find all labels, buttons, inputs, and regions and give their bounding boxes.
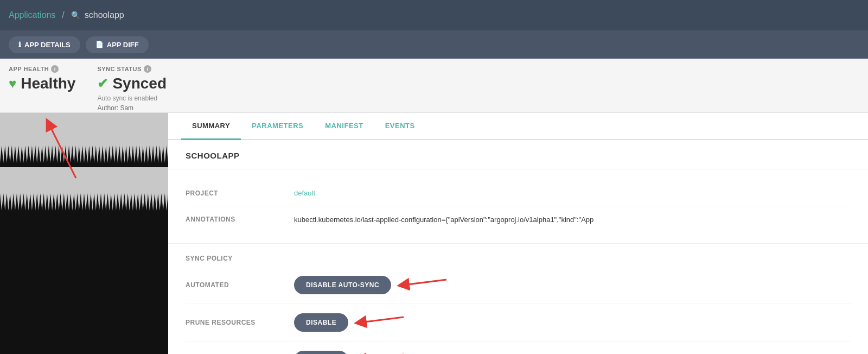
sync-status-value: ✔ Synced <box>97 75 167 92</box>
sync-info-icon: i <box>144 65 151 73</box>
app-diff-label: APP DIFF <box>107 41 139 49</box>
app-name-heading: SCHOOLAPP <box>168 140 868 169</box>
arrow-annotation-2 <box>398 274 452 296</box>
check-icon: ✔ <box>97 76 108 91</box>
self-heal-row: SELF HEAL DISABLE <box>186 342 851 354</box>
sync-policy-title: SYNC POLICY <box>186 255 851 262</box>
heart-icon: ♥ <box>9 76 16 91</box>
app-health-label: APP HEALTH i <box>9 65 75 73</box>
status-bar: APP HEALTH i ♥ Healthy SYNC STATUS i ✔ S… <box>0 59 868 113</box>
self-heal-value: DISABLE <box>294 349 851 354</box>
sync-author: Author: Sam <box>97 104 167 112</box>
app-details-button[interactable]: ℹ APP DETAILS <box>9 36 80 53</box>
app-diff-button[interactable]: 📄 APP DIFF <box>86 36 149 53</box>
content-area: SCHOOLAPP PROJECT default ANNOTATIONS ku… <box>168 140 868 354</box>
tab-manifest[interactable]: MANIFEST <box>314 113 374 140</box>
info-icon: ℹ <box>18 41 21 48</box>
svg-line-2 <box>360 317 404 323</box>
sync-status-label: SYNC STATUS i <box>97 65 167 73</box>
action-bar: ℹ APP DETAILS 📄 APP DIFF <box>0 30 868 59</box>
prune-resources-label: PRUNE RESOURCES <box>186 319 294 326</box>
project-value[interactable]: default <box>294 189 851 197</box>
tabs-container: SUMMARY PARAMETERS MANIFEST EVENTS <box>168 113 868 140</box>
disable-self-heal-button[interactable]: DISABLE <box>294 351 348 354</box>
sync-policy-section: SYNC POLICY AUTOMATED DISABLE AUTO-SYNC <box>168 244 868 354</box>
diff-icon: 📄 <box>95 41 104 48</box>
project-label: PROJECT <box>186 189 294 197</box>
health-info-icon: i <box>51 65 59 73</box>
tab-summary[interactable]: SUMMARY <box>181 113 241 140</box>
annotations-value: kubectl.kubernetes.io/last-applied-confi… <box>294 216 851 224</box>
project-row: PROJECT default <box>186 180 851 206</box>
content-row: SUMMARY PARAMETERS MANIFEST EVENTS SCHOO… <box>0 113 868 354</box>
right-panel: SUMMARY PARAMETERS MANIFEST EVENTS SCHOO… <box>168 113 868 354</box>
automated-row: AUTOMATED DISABLE AUTO-SYNC <box>186 267 851 304</box>
automated-value: DISABLE AUTO-SYNC <box>294 274 851 296</box>
detail-section-meta: PROJECT default ANNOTATIONS kubectl.kube… <box>168 169 868 244</box>
page-wrapper: Applications / 🔍 schoolapp ℹ APP DETAILS… <box>0 0 868 354</box>
breadcrumb-applications[interactable]: Applications <box>9 10 55 20</box>
search-icon: 🔍 <box>71 11 80 20</box>
annotations-label: ANNOTATIONS <box>186 216 294 223</box>
svg-line-1 <box>403 280 446 285</box>
left-side-content <box>0 113 168 354</box>
app-details-label: APP DETAILS <box>24 41 71 49</box>
arrow-annotation-4 <box>355 349 409 354</box>
arrow-annotation-3 <box>355 312 409 333</box>
top-bar: Applications / 🔍 schoolapp <box>0 0 868 30</box>
annotations-row: ANNOTATIONS kubectl.kubernetes.io/last-a… <box>186 206 851 232</box>
disable-auto-sync-button[interactable]: DISABLE AUTO-SYNC <box>294 276 391 294</box>
breadcrumb-separator: / <box>62 10 64 20</box>
breadcrumb-current-app: schoolapp <box>85 10 124 20</box>
app-health-section: APP HEALTH i ♥ Healthy <box>9 65 75 92</box>
sync-sub: Auto sync is enabled <box>97 94 167 102</box>
tab-events[interactable]: EVENTS <box>374 113 426 140</box>
app-health-value: ♥ Healthy <box>9 75 75 92</box>
automated-label: AUTOMATED <box>186 281 294 289</box>
tab-parameters[interactable]: PARAMETERS <box>241 113 314 140</box>
prune-resources-value: DISABLE <box>294 312 851 333</box>
prune-resources-row: PRUNE RESOURCES DISABLE <box>186 304 851 342</box>
left-panel <box>0 113 168 354</box>
disable-prune-button[interactable]: DISABLE <box>294 313 348 332</box>
